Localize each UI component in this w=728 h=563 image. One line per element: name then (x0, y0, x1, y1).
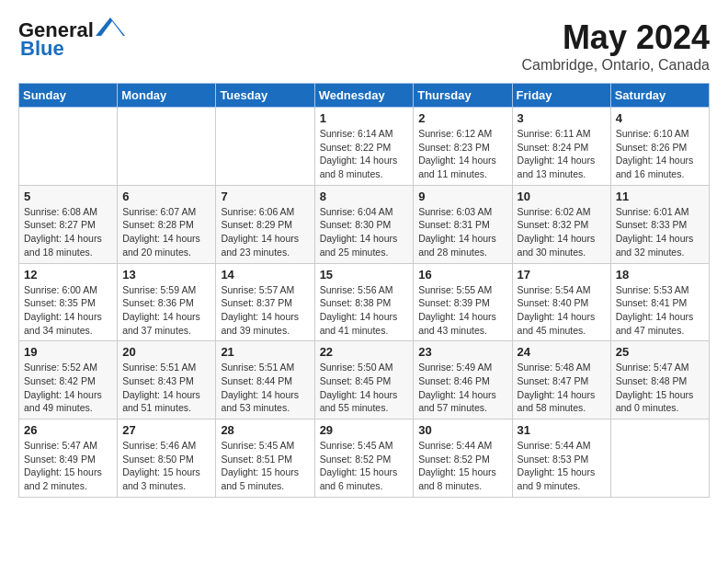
day-cell: 19Sunrise: 5:52 AM Sunset: 8:42 PM Dayli… (19, 341, 118, 419)
day-cell: 20Sunrise: 5:51 AM Sunset: 8:43 PM Dayli… (118, 341, 216, 419)
day-cell (19, 108, 118, 186)
day-cell: 24Sunrise: 5:48 AM Sunset: 8:47 PM Dayli… (512, 341, 610, 419)
day-number: 21 (221, 345, 309, 359)
day-cell: 1Sunrise: 6:14 AM Sunset: 8:22 PM Daylig… (314, 108, 414, 186)
day-cell: 7Sunrise: 6:06 AM Sunset: 8:29 PM Daylig… (216, 185, 314, 263)
day-cell: 18Sunrise: 5:53 AM Sunset: 8:41 PM Dayli… (610, 263, 709, 341)
day-number: 1 (320, 111, 409, 125)
day-number: 28 (221, 423, 309, 437)
day-cell: 9Sunrise: 6:03 AM Sunset: 8:31 PM Daylig… (414, 185, 512, 263)
day-number: 15 (320, 268, 409, 282)
day-info: Sunrise: 5:52 AM Sunset: 8:42 PM Dayligh… (24, 361, 112, 415)
day-number: 17 (518, 268, 606, 282)
day-info: Sunrise: 5:59 AM Sunset: 8:36 PM Dayligh… (122, 283, 210, 338)
day-number: 22 (320, 345, 409, 359)
week-row-4: 19Sunrise: 5:52 AM Sunset: 8:42 PM Dayli… (19, 341, 710, 419)
day-info: Sunrise: 5:50 AM Sunset: 8:45 PM Dayligh… (320, 361, 409, 415)
location: Cambridge, Ontario, Canada (521, 57, 710, 74)
day-info: Sunrise: 6:11 AM Sunset: 8:24 PM Dayligh… (518, 127, 606, 181)
day-info: Sunrise: 6:06 AM Sunset: 8:29 PM Dayligh… (221, 205, 309, 259)
day-info: Sunrise: 5:45 AM Sunset: 8:52 PM Dayligh… (320, 439, 409, 493)
day-info: Sunrise: 5:56 AM Sunset: 8:38 PM Dayligh… (320, 283, 409, 338)
weekday-header-wednesday: Wednesday (314, 84, 414, 108)
day-info: Sunrise: 5:45 AM Sunset: 8:51 PM Dayligh… (221, 439, 309, 493)
day-info: Sunrise: 6:12 AM Sunset: 8:23 PM Dayligh… (418, 127, 506, 181)
day-number: 29 (320, 423, 409, 437)
day-number: 14 (221, 268, 309, 282)
day-cell: 22Sunrise: 5:50 AM Sunset: 8:45 PM Dayli… (314, 341, 414, 419)
day-info: Sunrise: 5:48 AM Sunset: 8:47 PM Dayligh… (518, 361, 606, 415)
day-info: Sunrise: 6:03 AM Sunset: 8:31 PM Dayligh… (418, 205, 506, 259)
day-info: Sunrise: 5:57 AM Sunset: 8:37 PM Dayligh… (221, 283, 309, 338)
day-cell: 3Sunrise: 6:11 AM Sunset: 8:24 PM Daylig… (512, 108, 610, 186)
week-row-2: 5Sunrise: 6:08 AM Sunset: 8:27 PM Daylig… (19, 185, 710, 263)
week-row-1: 1Sunrise: 6:14 AM Sunset: 8:22 PM Daylig… (19, 108, 710, 186)
day-cell (216, 108, 314, 186)
day-number: 13 (122, 268, 210, 282)
weekday-header-thursday: Thursday (414, 84, 512, 108)
day-number: 6 (122, 190, 210, 203)
day-cell: 5Sunrise: 6:08 AM Sunset: 8:27 PM Daylig… (19, 185, 118, 263)
day-number: 3 (518, 111, 606, 125)
weekday-header-sunday: Sunday (19, 84, 118, 108)
day-info: Sunrise: 5:46 AM Sunset: 8:50 PM Dayligh… (122, 439, 210, 493)
week-row-5: 26Sunrise: 5:47 AM Sunset: 8:49 PM Dayli… (19, 419, 710, 498)
day-cell: 14Sunrise: 5:57 AM Sunset: 8:37 PM Dayli… (216, 263, 314, 341)
day-info: Sunrise: 5:51 AM Sunset: 8:43 PM Dayligh… (122, 361, 210, 415)
day-number: 30 (418, 423, 506, 437)
title-block: May 2024 Cambridge, Ontario, Canada (521, 18, 710, 74)
weekday-header-saturday: Saturday (610, 84, 709, 108)
weekday-header-tuesday: Tuesday (216, 84, 314, 108)
day-number: 27 (122, 423, 210, 437)
day-cell: 16Sunrise: 5:55 AM Sunset: 8:39 PM Dayli… (414, 263, 512, 341)
day-info: Sunrise: 5:55 AM Sunset: 8:39 PM Dayligh… (418, 283, 506, 338)
day-info: Sunrise: 5:51 AM Sunset: 8:44 PM Dayligh… (221, 361, 309, 415)
day-info: Sunrise: 6:01 AM Sunset: 8:33 PM Dayligh… (616, 205, 704, 259)
day-info: Sunrise: 6:02 AM Sunset: 8:32 PM Dayligh… (518, 205, 606, 259)
day-info: Sunrise: 6:04 AM Sunset: 8:30 PM Dayligh… (320, 205, 409, 259)
week-row-3: 12Sunrise: 6:00 AM Sunset: 8:35 PM Dayli… (19, 263, 710, 341)
day-info: Sunrise: 6:00 AM Sunset: 8:35 PM Dayligh… (24, 283, 112, 338)
calendar-table: SundayMondayTuesdayWednesdayThursdayFrid… (18, 83, 710, 498)
day-cell: 11Sunrise: 6:01 AM Sunset: 8:33 PM Dayli… (610, 185, 709, 263)
day-number: 24 (518, 345, 606, 359)
page-header: General Blue May 2024 Cambridge, Ontario… (18, 18, 710, 74)
day-info: Sunrise: 5:53 AM Sunset: 8:41 PM Dayligh… (616, 283, 704, 338)
day-cell (118, 108, 216, 186)
day-info: Sunrise: 5:44 AM Sunset: 8:52 PM Dayligh… (418, 439, 506, 493)
day-cell (610, 419, 709, 498)
day-info: Sunrise: 5:47 AM Sunset: 8:48 PM Dayligh… (616, 361, 704, 415)
day-number: 19 (24, 345, 112, 359)
day-number: 20 (122, 345, 210, 359)
month-title: May 2024 (521, 18, 710, 57)
day-number: 2 (418, 111, 506, 125)
day-info: Sunrise: 6:14 AM Sunset: 8:22 PM Dayligh… (320, 127, 409, 181)
day-number: 9 (418, 190, 506, 203)
day-number: 11 (616, 190, 704, 203)
day-cell: 2Sunrise: 6:12 AM Sunset: 8:23 PM Daylig… (414, 108, 512, 186)
logo: General Blue (18, 18, 125, 61)
day-cell: 25Sunrise: 5:47 AM Sunset: 8:48 PM Dayli… (610, 341, 709, 419)
day-number: 12 (24, 268, 112, 282)
day-cell: 12Sunrise: 6:00 AM Sunset: 8:35 PM Dayli… (19, 263, 118, 341)
day-number: 16 (418, 268, 506, 282)
day-number: 10 (518, 190, 606, 203)
weekday-header-friday: Friday (512, 84, 610, 108)
day-info: Sunrise: 6:08 AM Sunset: 8:27 PM Dayligh… (24, 205, 112, 259)
weekday-header-row: SundayMondayTuesdayWednesdayThursdayFrid… (19, 84, 710, 108)
day-number: 4 (616, 111, 704, 125)
day-cell: 21Sunrise: 5:51 AM Sunset: 8:44 PM Dayli… (216, 341, 314, 419)
day-cell: 29Sunrise: 5:45 AM Sunset: 8:52 PM Dayli… (314, 419, 414, 498)
day-cell: 10Sunrise: 6:02 AM Sunset: 8:32 PM Dayli… (512, 185, 610, 263)
day-cell: 8Sunrise: 6:04 AM Sunset: 8:30 PM Daylig… (314, 185, 414, 263)
day-info: Sunrise: 6:10 AM Sunset: 8:26 PM Dayligh… (616, 127, 704, 181)
day-cell: 30Sunrise: 5:44 AM Sunset: 8:52 PM Dayli… (414, 419, 512, 498)
day-number: 25 (616, 345, 704, 359)
day-info: Sunrise: 5:47 AM Sunset: 8:49 PM Dayligh… (24, 439, 112, 493)
day-cell: 13Sunrise: 5:59 AM Sunset: 8:36 PM Dayli… (118, 263, 216, 341)
day-number: 8 (320, 190, 409, 203)
day-cell: 17Sunrise: 5:54 AM Sunset: 8:40 PM Dayli… (512, 263, 610, 341)
day-cell: 6Sunrise: 6:07 AM Sunset: 8:28 PM Daylig… (118, 185, 216, 263)
day-number: 31 (518, 423, 606, 437)
day-cell: 23Sunrise: 5:49 AM Sunset: 8:46 PM Dayli… (414, 341, 512, 419)
